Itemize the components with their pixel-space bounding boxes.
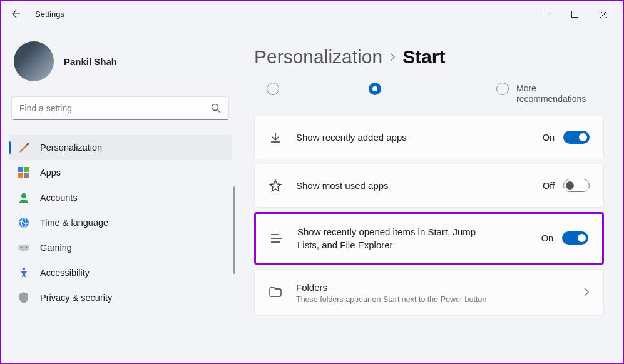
radio-label: Default (389, 83, 416, 84)
breadcrumb-current: Start (402, 46, 445, 68)
svg-point-6 (21, 193, 26, 198)
toggle-switch[interactable] (562, 231, 588, 245)
radio-icon (496, 83, 509, 95)
radio-more-pins[interactable]: More pins (267, 83, 325, 104)
radio-icon (267, 83, 279, 95)
sidebar-item-accounts[interactable]: Accounts (9, 185, 232, 210)
setting-title: Folders (296, 281, 563, 294)
search-icon (211, 103, 221, 113)
minimize-button[interactable] (531, 4, 560, 24)
svg-rect-0 (571, 11, 578, 17)
close-button[interactable] (589, 4, 618, 24)
toggle-switch[interactable] (563, 131, 590, 144)
svg-point-12 (23, 268, 25, 270)
svg-rect-3 (24, 167, 29, 172)
user-name: Pankil Shah (64, 56, 117, 67)
chevron-right-icon (389, 52, 396, 62)
search-field[interactable] (19, 103, 211, 113)
chevron-right-icon (583, 288, 590, 296)
setting-recently-added-apps: Show recently added apps On (254, 116, 604, 159)
radio-label: More recommendations (516, 83, 591, 104)
svg-rect-9 (18, 245, 29, 251)
svg-rect-4 (18, 173, 23, 178)
gamepad-icon (18, 241, 30, 254)
radio-more-recommendations[interactable]: More recommendations (496, 83, 591, 104)
window-title: Settings (35, 9, 64, 19)
folder-icon (269, 285, 282, 299)
close-icon (600, 11, 607, 18)
setting-most-used-apps: Show most used apps Off (254, 164, 604, 208)
svg-point-10 (21, 247, 22, 248)
apps-icon (18, 166, 30, 179)
sidebar-item-privacy[interactable]: Privacy & security (9, 285, 232, 310)
toggle-state: Off (543, 181, 555, 191)
toggle-state: On (543, 133, 555, 143)
svg-rect-5 (24, 173, 29, 178)
breadcrumb-parent[interactable]: Personalization (254, 46, 382, 68)
setting-subtitle: These folders appear on Start next to th… (296, 295, 563, 304)
star-icon (269, 179, 282, 193)
arrow-left-icon (11, 9, 21, 19)
sidebar-item-personalization[interactable]: Personalization (9, 135, 232, 160)
back-button[interactable] (6, 4, 26, 24)
accessibility-icon (18, 266, 30, 279)
radio-icon (369, 83, 381, 95)
svg-point-11 (26, 247, 27, 248)
shield-icon (18, 291, 30, 304)
sidebar-item-label: Accounts (40, 193, 78, 203)
sidebar-item-accessibility[interactable]: Accessibility (9, 260, 232, 285)
maximize-button[interactable] (560, 4, 589, 24)
toggle-state: On (541, 233, 553, 243)
setting-title: Show recently added apps (296, 131, 529, 144)
sidebar-item-time-language[interactable]: Time & language (9, 210, 232, 235)
setting-recent-items: Show recently opened items in Start, Jum… (254, 212, 604, 265)
search-input[interactable] (11, 96, 229, 120)
svg-rect-2 (18, 167, 23, 172)
brush-icon (18, 141, 30, 154)
sidebar-item-gaming[interactable]: Gaming (9, 235, 232, 260)
toggle-switch[interactable] (563, 179, 590, 192)
minimize-icon (543, 11, 550, 18)
setting-title: Show most used apps (296, 179, 529, 192)
globe-icon (18, 216, 30, 229)
person-icon (18, 191, 30, 204)
maximize-icon (571, 11, 578, 18)
download-icon (269, 131, 282, 144)
radio-label: More pins (287, 83, 325, 84)
user-profile[interactable]: Pankil Shah (9, 26, 232, 96)
svg-point-1 (212, 104, 218, 111)
sidebar-item-apps[interactable]: Apps (9, 160, 232, 185)
breadcrumb: Personalization Start (254, 26, 604, 80)
sidebar-item-label: Time & language (40, 218, 108, 228)
sidebar-item-label: Gaming (40, 243, 72, 253)
radio-default[interactable]: Default (369, 83, 416, 104)
setting-title: Show recently opened items in Start, Jum… (297, 225, 485, 251)
avatar (14, 41, 54, 81)
sidebar-item-label: Privacy & security (40, 293, 112, 303)
setting-folders[interactable]: Folders These folders appear on Start ne… (254, 269, 604, 316)
sidebar-item-label: Accessibility (40, 268, 90, 278)
sidebar-item-label: Personalization (40, 143, 102, 153)
sidebar-item-label: Apps (40, 168, 61, 178)
list-icon (270, 231, 284, 245)
scrollbar[interactable] (233, 186, 235, 274)
